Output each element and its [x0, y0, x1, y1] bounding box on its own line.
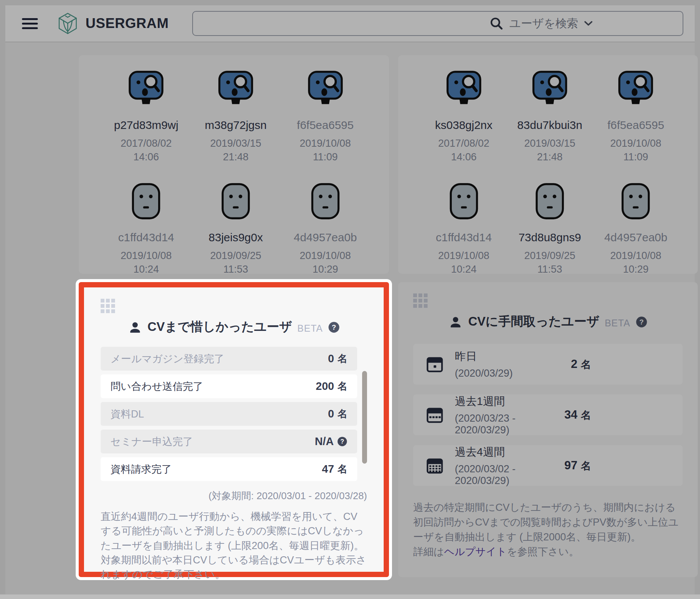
goal-row[interactable]: 資料請求完了47名 [101, 457, 357, 481]
goal-label: セミナー申込完了 [110, 435, 193, 448]
drag-handle-dot [106, 304, 110, 308]
person-icon [128, 321, 142, 335]
goal-count: 47名 [322, 462, 347, 476]
goal-count: 0名 [328, 352, 347, 365]
target-period-note: (対象期間: 2020/03/01 - 2020/03/28) [101, 489, 367, 503]
drag-handle-dot [101, 304, 104, 308]
drag-handle-dot [101, 299, 104, 303]
svg-text:?: ? [332, 323, 336, 331]
goal-count: 200名 [316, 380, 347, 393]
goal-label: 資料DL [110, 407, 144, 421]
cv-goal-list: メールマガジン登録完了0名問い合わせ送信完了200名資料DL0名セミナー申込完了… [101, 347, 367, 481]
goal-label: 問い合わせ送信完了 [110, 380, 203, 393]
goal-count: 0名 [328, 407, 347, 421]
almost-cv-title: CVまで惜しかったユーザ [148, 318, 292, 335]
help-icon[interactable]: ? [328, 321, 340, 333]
help-icon[interactable]: ? [337, 436, 347, 447]
drag-handle-dot [106, 309, 110, 313]
drag-handle-dot [111, 299, 115, 303]
goal-label: 資料請求完了 [110, 462, 172, 476]
almost-cv-title-row: CVまで惜しかったユーザ BETA ? [101, 318, 367, 335]
goal-row[interactable]: メールマガジン登録完了0名 [101, 347, 357, 371]
drag-handle-dot [111, 309, 115, 313]
drag-handle-dot [111, 304, 115, 308]
bottom-scroll-strip [0, 594, 700, 599]
beta-badge: BETA [297, 323, 323, 334]
goal-row[interactable]: 資料DL0名 [101, 402, 357, 426]
drag-handle-dot [101, 309, 104, 313]
svg-text:?: ? [341, 438, 344, 445]
goal-count: N/A? [315, 435, 347, 448]
drag-handle-dot [106, 299, 110, 303]
almost-cv-description: 直近約4週間のユーザ行動から、機械学習を用いて、CVする可能性が高いと予測したも… [101, 509, 367, 582]
goal-row[interactable]: 問い合わせ送信完了200名 [101, 374, 357, 398]
scrollbar-thumb[interactable] [362, 371, 367, 464]
almost-cv-widget: CVまで惜しかったユーザ BETA ? メールマガジン登録完了0名問い合わせ送信… [79, 282, 389, 577]
goal-row[interactable]: セミナー申込完了N/A? [101, 430, 357, 453]
goal-label: メールマガジン登録完了 [110, 352, 224, 366]
drag-handle-icon[interactable] [101, 299, 367, 313]
